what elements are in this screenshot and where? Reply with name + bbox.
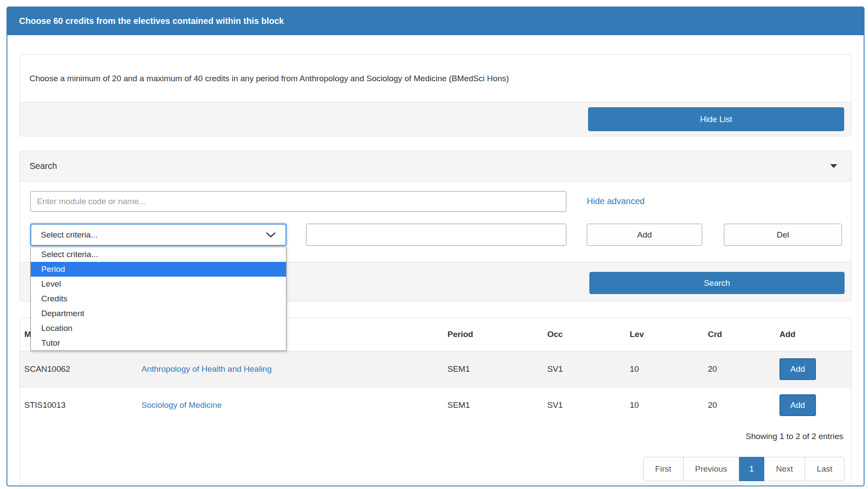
col-header-lev: Lev [625, 318, 704, 351]
search-form: Hide advanced Select criteria... S [20, 182, 851, 262]
pagination-first[interactable]: First [643, 457, 684, 481]
search-button[interactable]: Search [589, 272, 845, 294]
criteria-option-department[interactable]: Department [31, 306, 286, 321]
criteria-option-period[interactable]: Period [31, 262, 286, 277]
table-row: SCAN10062 Anthropology of Health and Hea… [20, 351, 851, 387]
module-period: SEM1 [443, 387, 543, 423]
criteria-option-level[interactable]: Level [31, 277, 286, 291]
pagination-previous[interactable]: Previous [684, 457, 740, 481]
module-period: SEM1 [443, 351, 543, 387]
hide-list-bar: Hide List [20, 102, 851, 136]
electives-block-panel: Choose 60 credits from the electives con… [7, 7, 865, 486]
page: Choose 60 credits from the electives con… [0, 0, 868, 489]
criteria-select[interactable]: Select criteria... [30, 224, 286, 246]
criteria-option-location[interactable]: Location [31, 321, 286, 336]
col-header-occ: Occ [543, 318, 625, 351]
module-name-link[interactable]: Anthropology of Health and Healing [141, 364, 272, 373]
hide-advanced-link[interactable]: Hide advanced [587, 191, 644, 212]
criteria-option-placeholder[interactable]: Select criteria... [31, 247, 286, 262]
criteria-option-tutor[interactable]: Tutor [31, 336, 286, 350]
module-code: STIS10013 [20, 387, 137, 423]
pagination-page-1[interactable]: 1 [739, 457, 764, 481]
col-header-period: Period [443, 318, 543, 351]
add-criteria-button[interactable]: Add [587, 224, 702, 246]
pagination: First Previous 1 Next Last [20, 457, 845, 481]
block-body: Choose a minimum of 20 and a maximum of … [7, 35, 864, 483]
criteria-value-input[interactable] [306, 224, 566, 246]
module-lev: 10 [625, 351, 704, 387]
col-header-add: Add [775, 318, 851, 351]
criteria-select-value: Select criteria... [41, 230, 98, 240]
module-crd: 20 [704, 351, 775, 387]
search-panel-header[interactable]: Search [20, 151, 851, 182]
chevron-down-icon [266, 232, 276, 238]
block-description: Choose a minimum of 20 and a maximum of … [20, 55, 851, 102]
col-header-crd: Crd [704, 318, 775, 351]
pagination-last[interactable]: Last [805, 457, 845, 481]
del-criteria-button[interactable]: Del [724, 224, 842, 246]
table-row: STIS10013 Sociology of Medicine SEM1 SV1… [20, 387, 851, 423]
module-code: SCAN10062 [20, 351, 137, 387]
criteria-option-credits[interactable]: Credits [31, 291, 286, 306]
criteria-select-wrap: Select criteria... Select criteria... Pe… [30, 224, 286, 246]
module-occ: SV1 [543, 351, 625, 387]
add-module-button[interactable]: Add [779, 394, 816, 416]
module-occ: SV1 [543, 387, 625, 423]
description-panel: Choose a minimum of 20 and a maximum of … [20, 54, 852, 136]
pagination-next[interactable]: Next [764, 457, 805, 481]
module-name-link[interactable]: Sociology of Medicine [141, 400, 222, 410]
module-search-input[interactable] [30, 191, 566, 212]
collapse-caret-icon [830, 164, 837, 168]
block-title: Choose 60 credits from the electives con… [7, 7, 864, 35]
search-panel-title: Search [30, 161, 57, 171]
module-lev: 10 [625, 387, 704, 423]
entries-summary: Showing 1 to 2 of 2 entries [20, 432, 851, 441]
search-panel: Search Hide advanced Select criteria... [20, 151, 852, 301]
criteria-dropdown: Select criteria... Period Level Credits … [30, 247, 286, 351]
module-crd: 20 [704, 387, 775, 423]
add-module-button[interactable]: Add [779, 358, 816, 380]
hide-list-button[interactable]: Hide List [588, 107, 844, 131]
